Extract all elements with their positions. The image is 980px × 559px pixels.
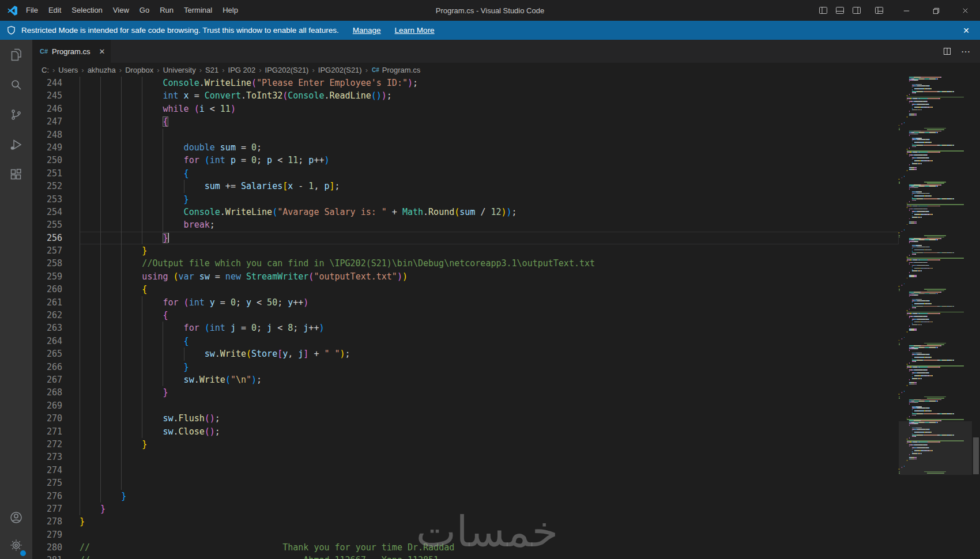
line-number[interactable]: 270 xyxy=(32,412,80,425)
toggle-panel-icon[interactable] xyxy=(831,6,848,15)
breadcrumb-item[interactable]: S21 xyxy=(205,66,219,74)
line-number[interactable]: 253 xyxy=(32,193,80,206)
line-number[interactable]: 247 xyxy=(32,115,80,128)
learn-more-link[interactable]: Learn More xyxy=(395,26,435,35)
line-number[interactable]: 251 xyxy=(32,167,80,180)
line-number[interactable]: 244 xyxy=(32,77,80,89)
line-number[interactable]: 256 xyxy=(32,232,80,244)
code-line-276[interactable]: 276} xyxy=(32,490,899,503)
account-icon[interactable] xyxy=(0,504,32,531)
code-line-272[interactable]: 272} xyxy=(32,438,899,451)
search-icon[interactable] xyxy=(0,70,32,100)
line-content[interactable]: sw.Close(); xyxy=(80,425,899,438)
line-content[interactable]: } xyxy=(80,232,899,244)
line-number[interactable]: 252 xyxy=(32,180,80,192)
line-number[interactable]: 246 xyxy=(32,103,80,115)
menu-run[interactable]: Run xyxy=(154,0,179,21)
line-number[interactable]: 254 xyxy=(32,206,80,218)
code-line-277[interactable]: 277} xyxy=(32,503,899,515)
breadcrumb-item[interactable]: University xyxy=(163,66,197,74)
line-content[interactable]: } xyxy=(80,438,899,451)
line-number[interactable]: 248 xyxy=(32,129,80,141)
code-line-274[interactable]: 274 xyxy=(32,464,899,477)
code-line-253[interactable]: 253} xyxy=(32,193,899,206)
line-number[interactable]: 267 xyxy=(32,373,80,386)
minimap-slider[interactable] xyxy=(899,421,972,475)
code-line-280[interactable]: 280// Thank you for your time Dr.Raddad xyxy=(32,541,899,554)
code-line-257[interactable]: 257} xyxy=(32,244,899,257)
line-number[interactable]: 255 xyxy=(32,218,80,231)
code-line-245[interactable]: 245int x = Convert.ToInt32(Console.ReadL… xyxy=(32,89,899,102)
code-line-278[interactable]: 278} xyxy=(32,515,899,528)
line-content[interactable] xyxy=(80,528,899,541)
minimize-button[interactable] xyxy=(892,0,921,21)
code-line-271[interactable]: 271sw.Close(); xyxy=(32,425,899,438)
menu-edit[interactable]: Edit xyxy=(43,0,66,21)
line-number[interactable]: 268 xyxy=(32,386,80,399)
line-number[interactable]: 264 xyxy=(32,335,80,348)
line-content[interactable] xyxy=(80,129,899,141)
breadcrumb-item[interactable]: akhuzha xyxy=(87,66,116,74)
line-content[interactable]: { xyxy=(80,335,899,348)
code-line-261[interactable]: 261for (int y = 0; y < 50; y++) xyxy=(32,296,899,309)
extensions-icon[interactable] xyxy=(0,160,32,190)
line-content[interactable]: { xyxy=(80,309,899,322)
line-content[interactable]: } xyxy=(80,244,899,257)
manage-link[interactable]: Manage xyxy=(353,26,381,35)
line-content[interactable]: // Thank you for your time Dr.Raddad xyxy=(80,541,899,554)
line-number[interactable]: 259 xyxy=(32,270,80,283)
line-content[interactable]: sw.Write(Store[y, j] + " "); xyxy=(80,348,899,360)
breadcrumb-item[interactable]: Users xyxy=(58,66,78,74)
code-line-248[interactable]: 248 xyxy=(32,129,899,141)
line-number[interactable]: 265 xyxy=(32,348,80,360)
line-number[interactable]: 245 xyxy=(32,89,80,102)
line-number[interactable]: 275 xyxy=(32,477,80,489)
menu-terminal[interactable]: Terminal xyxy=(179,0,217,21)
code-line-246[interactable]: 246while (i < 11) xyxy=(32,103,899,115)
code-line-249[interactable]: 249double sum = 0; xyxy=(32,141,899,154)
line-content[interactable] xyxy=(80,477,899,489)
line-content[interactable]: for (int j = 0; j < 8; j++) xyxy=(80,322,899,334)
line-content[interactable]: { xyxy=(80,283,899,296)
line-content[interactable]: { xyxy=(80,115,899,128)
menu-help[interactable]: Help xyxy=(217,0,243,21)
toggle-sidebar-icon[interactable] xyxy=(815,6,831,15)
line-content[interactable]: sw.Flush(); xyxy=(80,412,899,425)
menu-view[interactable]: View xyxy=(108,0,134,21)
line-number[interactable]: 278 xyxy=(32,515,80,528)
code-line-268[interactable]: 268} xyxy=(32,386,899,399)
line-content[interactable] xyxy=(80,399,899,412)
line-content[interactable]: sw.Write("\n"); xyxy=(80,373,899,386)
line-number[interactable]: 281 xyxy=(32,554,80,559)
line-number[interactable]: 257 xyxy=(32,244,80,257)
code-line-265[interactable]: 265sw.Write(Store[y, j] + " "); xyxy=(32,348,899,360)
line-content[interactable]: //Output file which you can find in \IPG… xyxy=(80,257,899,270)
line-number[interactable]: 280 xyxy=(32,541,80,554)
line-number[interactable]: 263 xyxy=(32,322,80,334)
explorer-icon[interactable] xyxy=(0,40,32,70)
code-line-273[interactable]: 273 xyxy=(32,451,899,463)
scrollbar-thumb[interactable] xyxy=(973,437,979,474)
line-number[interactable]: 269 xyxy=(32,399,80,412)
minimap[interactable] xyxy=(899,77,972,559)
code-line-275[interactable]: 275 xyxy=(32,477,899,489)
breadcrumb-item[interactable]: Dropbox xyxy=(125,66,154,74)
line-content[interactable] xyxy=(80,451,899,463)
line-content[interactable]: break; xyxy=(80,218,899,231)
code-line-251[interactable]: 251{ xyxy=(32,167,899,180)
code-line-262[interactable]: 262{ xyxy=(32,309,899,322)
more-actions-icon[interactable]: ⋯ xyxy=(961,46,971,57)
line-content[interactable]: { xyxy=(80,167,899,180)
code-line-281[interactable]: 281// Ahmad 112667 Yana 112851 xyxy=(32,554,899,559)
code-line-269[interactable]: 269 xyxy=(32,399,899,412)
code-line-254[interactable]: 254Console.WriteLine("Avarage Salary is:… xyxy=(32,206,899,218)
menu-selection[interactable]: Selection xyxy=(66,0,107,21)
code-line-258[interactable]: 258//Output file which you can find in \… xyxy=(32,257,899,270)
line-content[interactable]: } xyxy=(80,361,899,373)
line-number[interactable]: 249 xyxy=(32,141,80,154)
code-line-266[interactable]: 266} xyxy=(32,361,899,373)
line-number[interactable]: 266 xyxy=(32,361,80,373)
code-line-256[interactable]: 256} xyxy=(32,232,899,244)
split-editor-icon[interactable] xyxy=(943,47,952,56)
source-control-icon[interactable] xyxy=(0,100,32,130)
